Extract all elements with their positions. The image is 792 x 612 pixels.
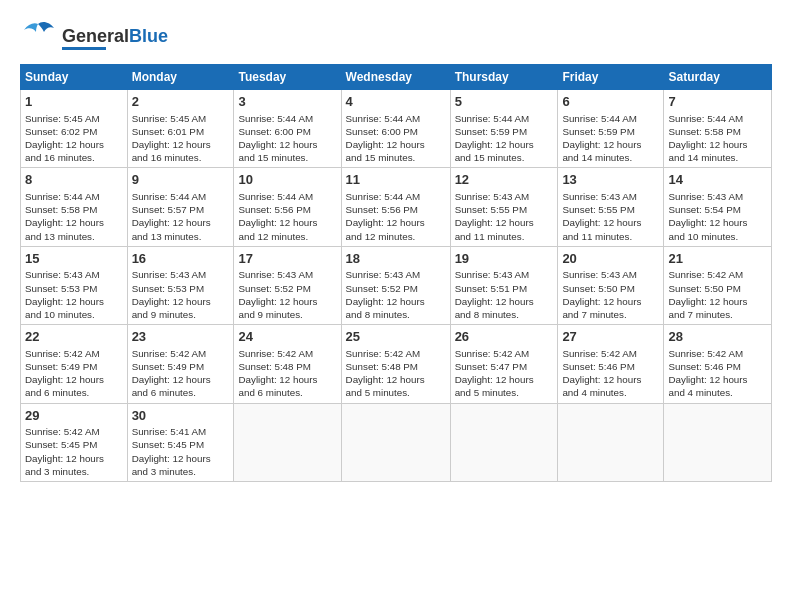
daylight-cont: and 6 minutes. [238, 387, 302, 398]
daylight-text: Daylight: 12 hours [132, 453, 211, 464]
sunrise-text: Sunrise: 5:41 AM [132, 426, 207, 437]
day-number: 17 [238, 250, 336, 268]
calendar-cell: 24Sunrise: 5:42 AMSunset: 5:48 PMDayligh… [234, 325, 341, 403]
calendar-cell: 3Sunrise: 5:44 AMSunset: 6:00 PMDaylight… [234, 90, 341, 168]
calendar-cell: 18Sunrise: 5:43 AMSunset: 5:52 PMDayligh… [341, 246, 450, 324]
sunset-text: Sunset: 6:02 PM [25, 126, 97, 137]
sunset-text: Sunset: 5:48 PM [346, 361, 418, 372]
sunset-text: Sunset: 5:58 PM [25, 204, 97, 215]
daylight-cont: and 8 minutes. [346, 309, 410, 320]
sunset-text: Sunset: 5:49 PM [25, 361, 97, 372]
weekday-header-monday: Monday [127, 65, 234, 90]
calendar-cell: 16Sunrise: 5:43 AMSunset: 5:53 PMDayligh… [127, 246, 234, 324]
daylight-text: Daylight: 12 hours [455, 374, 534, 385]
calendar-cell [450, 403, 558, 481]
daylight-text: Daylight: 12 hours [668, 217, 747, 228]
sunrise-text: Sunrise: 5:42 AM [132, 348, 207, 359]
daylight-text: Daylight: 12 hours [455, 139, 534, 150]
daylight-cont: and 15 minutes. [238, 152, 308, 163]
daylight-cont: and 5 minutes. [346, 387, 410, 398]
calendar-cell: 21Sunrise: 5:42 AMSunset: 5:50 PMDayligh… [664, 246, 772, 324]
sunset-text: Sunset: 5:50 PM [562, 283, 634, 294]
calendar-cell: 27Sunrise: 5:42 AMSunset: 5:46 PMDayligh… [558, 325, 664, 403]
daylight-cont: and 11 minutes. [455, 231, 525, 242]
daylight-text: Daylight: 12 hours [238, 296, 317, 307]
daylight-cont: and 5 minutes. [455, 387, 519, 398]
calendar-cell: 15Sunrise: 5:43 AMSunset: 5:53 PMDayligh… [21, 246, 128, 324]
weekday-header-thursday: Thursday [450, 65, 558, 90]
daylight-text: Daylight: 12 hours [132, 139, 211, 150]
day-number: 9 [132, 171, 230, 189]
daylight-text: Daylight: 12 hours [562, 139, 641, 150]
sunset-text: Sunset: 6:01 PM [132, 126, 204, 137]
sunset-text: Sunset: 5:56 PM [238, 204, 310, 215]
weekday-header-saturday: Saturday [664, 65, 772, 90]
day-number: 13 [562, 171, 659, 189]
daylight-cont: and 12 minutes. [346, 231, 416, 242]
calendar-cell: 6Sunrise: 5:44 AMSunset: 5:59 PMDaylight… [558, 90, 664, 168]
daylight-cont: and 16 minutes. [25, 152, 95, 163]
day-number: 21 [668, 250, 767, 268]
daylight-cont: and 9 minutes. [132, 309, 196, 320]
daylight-cont: and 14 minutes. [562, 152, 632, 163]
sunrise-text: Sunrise: 5:44 AM [238, 113, 313, 124]
sunrise-text: Sunrise: 5:43 AM [346, 269, 421, 280]
daylight-text: Daylight: 12 hours [562, 217, 641, 228]
sunrise-text: Sunrise: 5:44 AM [455, 113, 530, 124]
daylight-cont: and 6 minutes. [25, 387, 89, 398]
calendar-cell: 17Sunrise: 5:43 AMSunset: 5:52 PMDayligh… [234, 246, 341, 324]
sunset-text: Sunset: 5:53 PM [25, 283, 97, 294]
sunset-text: Sunset: 5:45 PM [132, 439, 204, 450]
sunrise-text: Sunrise: 5:43 AM [132, 269, 207, 280]
calendar-cell: 8Sunrise: 5:44 AMSunset: 5:58 PMDaylight… [21, 168, 128, 246]
sunrise-text: Sunrise: 5:44 AM [346, 191, 421, 202]
day-number: 14 [668, 171, 767, 189]
day-number: 16 [132, 250, 230, 268]
day-number: 19 [455, 250, 554, 268]
calendar-cell: 14Sunrise: 5:43 AMSunset: 5:54 PMDayligh… [664, 168, 772, 246]
day-number: 7 [668, 93, 767, 111]
day-number: 12 [455, 171, 554, 189]
sunrise-text: Sunrise: 5:43 AM [562, 191, 637, 202]
calendar-cell [558, 403, 664, 481]
sunset-text: Sunset: 5:46 PM [562, 361, 634, 372]
calendar-cell [664, 403, 772, 481]
daylight-cont: and 4 minutes. [562, 387, 626, 398]
daylight-cont: and 16 minutes. [132, 152, 202, 163]
sunset-text: Sunset: 5:57 PM [132, 204, 204, 215]
calendar-cell: 23Sunrise: 5:42 AMSunset: 5:49 PMDayligh… [127, 325, 234, 403]
calendar-cell: 26Sunrise: 5:42 AMSunset: 5:47 PMDayligh… [450, 325, 558, 403]
daylight-text: Daylight: 12 hours [132, 374, 211, 385]
day-number: 29 [25, 407, 123, 425]
sunset-text: Sunset: 5:51 PM [455, 283, 527, 294]
calendar-cell: 4Sunrise: 5:44 AMSunset: 6:00 PMDaylight… [341, 90, 450, 168]
sunrise-text: Sunrise: 5:44 AM [346, 113, 421, 124]
daylight-cont: and 11 minutes. [562, 231, 632, 242]
daylight-text: Daylight: 12 hours [346, 374, 425, 385]
daylight-text: Daylight: 12 hours [25, 296, 104, 307]
day-number: 4 [346, 93, 446, 111]
sunrise-text: Sunrise: 5:45 AM [25, 113, 100, 124]
calendar-cell: 11Sunrise: 5:44 AMSunset: 5:56 PMDayligh… [341, 168, 450, 246]
daylight-cont: and 15 minutes. [455, 152, 525, 163]
calendar-week-4: 22Sunrise: 5:42 AMSunset: 5:49 PMDayligh… [21, 325, 772, 403]
sunrise-text: Sunrise: 5:42 AM [562, 348, 637, 359]
calendar-cell [234, 403, 341, 481]
sunrise-text: Sunrise: 5:42 AM [668, 348, 743, 359]
sunset-text: Sunset: 5:55 PM [455, 204, 527, 215]
sunset-text: Sunset: 5:54 PM [668, 204, 740, 215]
daylight-cont: and 9 minutes. [238, 309, 302, 320]
daylight-text: Daylight: 12 hours [455, 217, 534, 228]
day-number: 3 [238, 93, 336, 111]
daylight-cont: and 4 minutes. [668, 387, 732, 398]
sunset-text: Sunset: 5:52 PM [346, 283, 418, 294]
day-number: 8 [25, 171, 123, 189]
sunrise-text: Sunrise: 5:44 AM [238, 191, 313, 202]
day-number: 20 [562, 250, 659, 268]
sunrise-text: Sunrise: 5:42 AM [25, 348, 100, 359]
daylight-cont: and 15 minutes. [346, 152, 416, 163]
calendar-cell [341, 403, 450, 481]
day-number: 2 [132, 93, 230, 111]
daylight-text: Daylight: 12 hours [132, 217, 211, 228]
sunrise-text: Sunrise: 5:44 AM [668, 113, 743, 124]
